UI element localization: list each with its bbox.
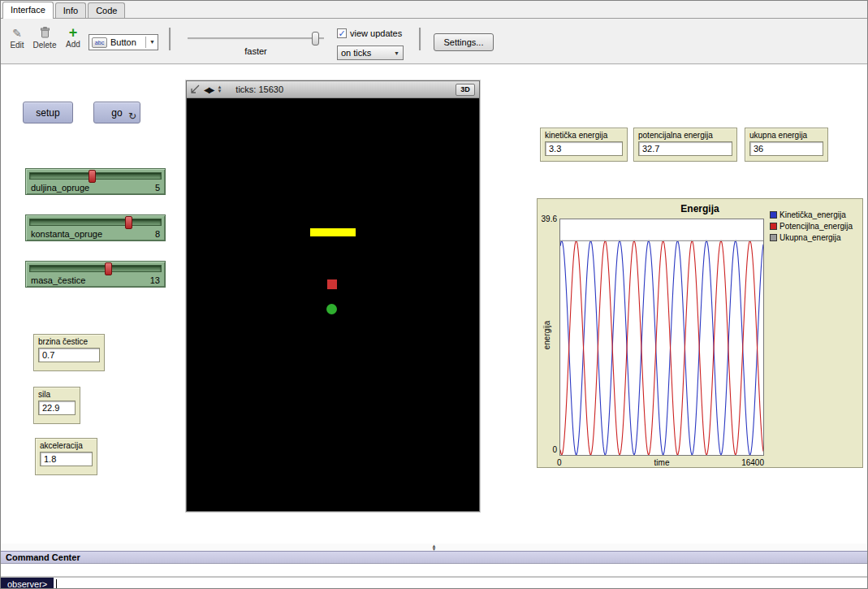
diagonal-resize-icon[interactable] [191,84,200,95]
tab-interface[interactable]: Interface [2,2,54,19]
slider-thumb[interactable] [105,262,112,275]
speed-slider-thumb[interactable] [312,32,319,45]
go-button[interactable]: go ↻ [93,102,140,123]
monitor-label: sila [38,390,76,399]
add-button[interactable]: + Add [63,26,84,49]
monitor-brzina-cestice: brzina čestice 0.7 [33,334,105,371]
chevron-down-icon: ▼ [394,50,399,56]
legend-label: Kinetička_energija [779,210,846,219]
3d-button[interactable]: 3D [456,84,475,96]
vertical-arrows-icon[interactable]: ▲▼ [217,85,222,93]
monitor-value: 32.7 [638,141,732,156]
monitor-ukupna-energija: ukupna energija 36 [745,128,828,162]
observer-context-dropdown[interactable]: observer> [1,578,54,589]
monitor-label: brzina čestice [38,337,100,346]
setup-button[interactable]: setup [23,102,73,123]
slider-value: 8 [155,229,160,239]
tab-bar: Interface Info Code [1,1,867,19]
text-caret [56,579,57,589]
legend-label: Ukupna_energija [779,233,841,242]
slider-thumb[interactable] [125,216,132,229]
splitter-arrows-icon[interactable]: ▲▼ [432,544,437,551]
chevron-down-icon: ▼ [145,37,155,48]
monitor-value: 1.8 [40,452,93,466]
marker-circle [326,304,337,314]
command-center-title: Command Center [6,552,80,562]
settings-button[interactable]: Settings... [434,33,494,51]
edit-label: Edit [10,41,24,50]
monitor-kineticka-energija: kinetička energija 3.3 [540,128,628,162]
tab-code[interactable]: Code [88,2,125,18]
spring-bar [310,228,356,236]
delete-button[interactable]: Delete [30,27,59,50]
command-input[interactable] [54,578,867,589]
plot-area [559,219,764,456]
legend-swatch [770,223,777,230]
slider-track [29,265,162,272]
legend-item: Ukupna_energija [770,233,853,242]
legend-item: Kinetička_energija [770,210,853,219]
slider-masa-cestice[interactable]: masa_čestice13 [25,261,166,288]
command-center-splitter[interactable]: ▲▼ [1,544,867,551]
speed-slider[interactable] [188,37,324,40]
speed-slider-label: faster [188,46,324,56]
monitor-value: 36 [749,141,823,156]
plot-ymax-label: 39.6 [538,214,557,223]
slider-value: 13 [150,275,160,285]
add-label: Add [66,40,80,49]
monitor-akceleracija: akceleracija 1.8 [35,438,97,475]
widget-type-dropdown[interactable]: abc Button ▼ [89,34,158,50]
slider-konstanta-opruge[interactable]: konstanta_opruge8 [25,214,166,241]
slider-track [29,172,162,180]
trash-icon [30,27,59,40]
delete-label: Delete [33,41,57,50]
slider-duljina-opruge[interactable]: duljina_opruge5 [25,168,166,195]
monitor-sila: sila 22.9 [33,387,80,424]
monitor-label: akceleracija [40,441,93,450]
legend-swatch [770,234,777,241]
monitor-value: 22.9 [38,401,76,415]
setup-button-label: setup [36,107,59,119]
update-mode-value: on ticks [341,48,371,58]
energy-plot: Energija 39.6 0 energija 0 time 16400 Ki… [537,198,863,468]
view-updates-checkbox[interactable]: ✓ view updates [337,28,402,38]
edit-button[interactable]: ✎ Edit [6,27,28,50]
world-titlebar: ◀▶ ▲▼ ticks: 15630 3D [187,81,479,98]
monitor-label: potencijalna energija [638,131,732,140]
ticks-counter: ticks: 15630 [235,84,283,94]
monitor-label: kinetička energija [545,131,623,140]
slider-thumb[interactable] [89,170,96,183]
slider-label: konstanta_opruge [31,229,102,239]
plot-xmax-label: 16400 [691,458,764,467]
plot-canvas [560,219,763,455]
pencil-icon: ✎ [6,27,28,40]
world-canvas[interactable] [187,98,479,511]
slider-label: duljina_opruge [31,183,89,193]
monitor-value: 3.3 [545,141,623,156]
legend-item: Potencijlna_energija [770,222,853,231]
toolbar: ✎ Edit Delete + Add abc Button ▼ faster … [1,19,867,64]
forever-loop-icon: ↻ [128,110,136,122]
toolbar-separator [169,28,171,50]
slider-track [29,219,162,226]
command-center-header: Command Center [1,551,867,564]
horizontal-arrows-icon[interactable]: ◀▶ [204,85,213,94]
command-center-prompt: observer> [1,577,867,589]
plot-ymin-label: 0 [542,445,557,454]
legend-swatch [770,211,777,219]
monitor-label: ukupna energija [749,131,823,140]
plus-icon: + [63,26,84,39]
monitor-value: 0.7 [38,348,100,362]
interface-area: setup go ↻ duljina_opruge5 konstanta_opr… [1,65,867,544]
plot-legend: Kinetička_energijaPotencijlna_energijaUk… [770,210,853,242]
slider-value: 5 [155,183,160,193]
tab-info[interactable]: Info [55,2,86,18]
legend-label: Potencijlna_energija [779,222,853,231]
slider-label: masa_čestice [31,275,85,285]
monitor-potencijalna-energija: potencijalna energija 32.7 [633,128,737,162]
plot-ylabel: energija [542,311,551,360]
checkmark-icon: ✓ [337,28,347,38]
update-mode-dropdown[interactable]: on ticks ▼ [337,45,404,60]
abc-button-icon: abc [92,37,107,48]
world-view: ◀▶ ▲▼ ticks: 15630 3D [186,80,480,512]
